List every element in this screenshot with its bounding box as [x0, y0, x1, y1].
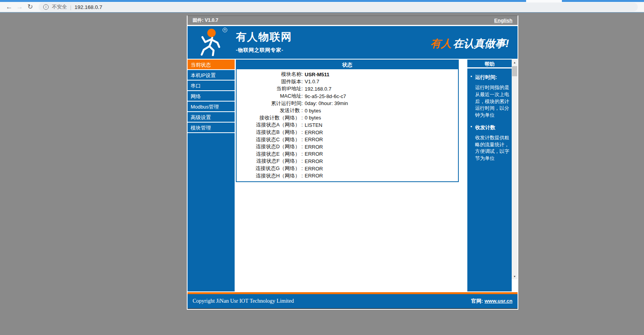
browser-toolbar: ← → ↻ i 不安全 | 192.168.0.7: [0, 2, 644, 13]
sidebar-item-module-mgmt[interactable]: 模块管理: [188, 123, 235, 133]
info-icon[interactable]: i: [43, 4, 49, 10]
status-row: 连接状态G（网络） : ERROR: [237, 165, 458, 172]
status-label: 连接状态D（网络） :: [237, 143, 303, 150]
address-bar[interactable]: i 不安全 | 192.168.0.7: [39, 3, 638, 11]
status-label: MAC地址:: [237, 93, 303, 100]
background-window-gap: [526, 0, 562, 2]
usr-logo: R: [197, 28, 230, 56]
site-footer: Copyright JiNan Usr IOT Technology Limit…: [188, 294, 518, 309]
firmware-version: 固件: V1.0.7: [193, 17, 218, 24]
help-panel: 帮助 • 运行时间: 运行时间指的是从最近一次上电后，模块的累计运行时间，以分钟…: [467, 60, 512, 291]
status-row: 接收计数（网络） : 0 bytes: [237, 114, 458, 122]
scrollbar-down-icon[interactable]: ▼: [512, 274, 518, 279]
status-row: 连接状态D（网络） : ERROR: [237, 143, 458, 151]
sidebar-item-current-status[interactable]: 当前状态: [188, 60, 235, 70]
status-rows: 模块名称: USR-M511 固件版本: V1.0.7 当前IP地址: 192.…: [237, 69, 458, 181]
status-label: 连接状态A（网络） :: [237, 121, 303, 128]
refresh-icon[interactable]: ↻: [25, 2, 35, 12]
status-row: 发送计数 : 0 bytes: [237, 107, 458, 114]
sidebar-item-network[interactable]: 网络: [188, 91, 235, 102]
scrollbar[interactable]: ▲ ▼: [512, 60, 518, 279]
status-label: 连接状态H（网络） :: [237, 172, 303, 179]
brand-block: 有人物联网 -物联网之联网专家-: [236, 30, 292, 54]
status-row: 连接状态F（网络） : ERROR: [237, 158, 458, 165]
status-value: ERROR: [303, 144, 323, 150]
address-divider: |: [70, 4, 71, 10]
status-label: 连接状态E（网络） :: [237, 151, 303, 158]
sidebar-item-local-ip[interactable]: 本机IP设置: [188, 70, 235, 81]
status-panel-title: 状态: [237, 60, 458, 69]
status-label: 累计运行时间:: [237, 100, 303, 107]
bullet-icon: •: [470, 124, 475, 162]
slogan-white-text: 在认真做事!: [453, 38, 509, 49]
status-label: 固件版本:: [237, 78, 303, 85]
security-label: 不安全: [52, 4, 67, 11]
status-row: 当前IP地址: 192.168.0.7: [237, 85, 458, 93]
status-label: 发送计数 :: [237, 107, 303, 114]
status-value: LISTEN: [303, 122, 323, 128]
status-row: 累计运行时间: 0day: 0hour: 39min: [237, 100, 458, 107]
status-row: 连接状态E（网络） : ERROR: [237, 151, 458, 158]
browser-chrome: ← → ↻ i 不安全 | 192.168.0.7: [0, 0, 644, 13]
help-text: 收发计数提供粗略的流量统计，方便调试，以字节为单位: [475, 135, 509, 162]
website-link[interactable]: www.usr.cn: [484, 298, 512, 304]
status-value: ERROR: [303, 137, 323, 142]
help-item: • 运行时间: 运行时间指的是从最近一次上电后，模块的累计运行时间，以分钟为单位: [470, 74, 509, 119]
help-item: • 收发计数 收发计数提供粗略的流量统计，方便调试，以字节为单位: [470, 124, 509, 162]
slogan-orange-text: 有人: [430, 38, 451, 49]
sidebar-item-modbus[interactable]: Modbus管理: [188, 102, 235, 112]
help-text: 运行时间指的是从最近一次上电后，模块的累计运行时间，以分钟为单位: [475, 84, 509, 119]
status-label: 连接状态F（网络） :: [237, 158, 303, 165]
main-row: 当前状态 本机IP设置 串口 网络 Modbus管理 高级设置 模块管理 状态 …: [188, 58, 518, 291]
page-container: 固件: V1.0.7 English R 有人物联网 -物联网之联网专家- 有人…: [187, 16, 518, 310]
registered-mark: R: [223, 28, 227, 32]
status-value: ERROR: [303, 166, 323, 172]
window-title-strip: [0, 0, 644, 2]
status-value: ERROR: [303, 173, 323, 179]
english-link[interactable]: English: [494, 18, 512, 23]
status-value: 9c-a5-25-8d-6c-c7: [303, 93, 346, 99]
status-row: 连接状态H（网络） : ERROR: [237, 172, 458, 179]
status-label: 模块名称:: [237, 71, 303, 78]
status-value: 192.168.0.7: [303, 86, 332, 92]
brand-tagline: -物联网之联网专家-: [236, 47, 292, 54]
status-row: 固件版本: V1.0.7: [237, 78, 458, 86]
website-block: 官网:www.usr.cn: [471, 298, 512, 305]
content-area: 状态 模块名称: USR-M511 固件版本: V1.0.7 当前IP地址: 1…: [235, 60, 467, 291]
back-arrow-icon[interactable]: ←: [4, 2, 14, 12]
status-value: ERROR: [303, 158, 323, 164]
site-header: R 有人物联网 -物联网之联网专家- 有人在认真做事!: [188, 26, 518, 58]
bullet-icon: •: [470, 74, 475, 119]
status-label: 接收计数（网络） :: [237, 114, 303, 121]
help-panel-title: 帮助: [467, 60, 512, 68]
status-row: MAC地址: 9c-a5-25-8d-6c-c7: [237, 93, 458, 100]
scrollbar-thumb[interactable]: [512, 66, 517, 76]
help-heading: 收发计数: [475, 124, 509, 131]
status-value: V1.0.7: [303, 79, 319, 84]
brand-title: 有人物联网: [236, 30, 292, 44]
sidebar: 当前状态 本机IP设置 串口 网络 Modbus管理 高级设置 模块管理: [188, 60, 235, 291]
website-label: 官网:: [471, 298, 483, 304]
status-value: ERROR: [303, 151, 323, 157]
sidebar-item-serial[interactable]: 串口: [188, 81, 235, 91]
status-row: 连接状态B（网络） : ERROR: [237, 129, 458, 136]
status-value: ERROR: [303, 130, 323, 135]
status-row: 模块名称: USR-M511: [237, 71, 458, 78]
help-panel-body: • 运行时间: 运行时间指的是从最近一次上电后，模块的累计运行时间，以分钟为单位…: [467, 68, 512, 162]
status-row: 连接状态C（网络） : ERROR: [237, 136, 458, 143]
firmware-topbar: 固件: V1.0.7 English: [188, 16, 518, 25]
status-value: 0day: 0hour: 39min: [303, 100, 348, 106]
status-value: USR-M511: [303, 72, 330, 77]
copyright-text: Copyright JiNan Usr IOT Technology Limit…: [193, 298, 294, 304]
sidebar-item-advanced[interactable]: 高级设置: [188, 112, 235, 123]
status-label: 连接状态G（网络） :: [237, 165, 303, 172]
slogan: 有人在认真做事!: [430, 37, 509, 51]
scrollbar-up-icon[interactable]: ▲: [512, 60, 518, 65]
status-panel: 状态 模块名称: USR-M511 固件版本: V1.0.7 当前IP地址: 1…: [236, 60, 459, 182]
url-text: 192.168.0.7: [74, 4, 102, 10]
help-heading: 运行时间:: [475, 74, 509, 81]
forward-arrow-icon[interactable]: →: [14, 2, 25, 12]
status-label: 当前IP地址:: [237, 85, 303, 92]
status-label: 连接状态B（网络） :: [237, 129, 303, 136]
status-row: 连接状态A（网络） : LISTEN: [237, 121, 458, 129]
